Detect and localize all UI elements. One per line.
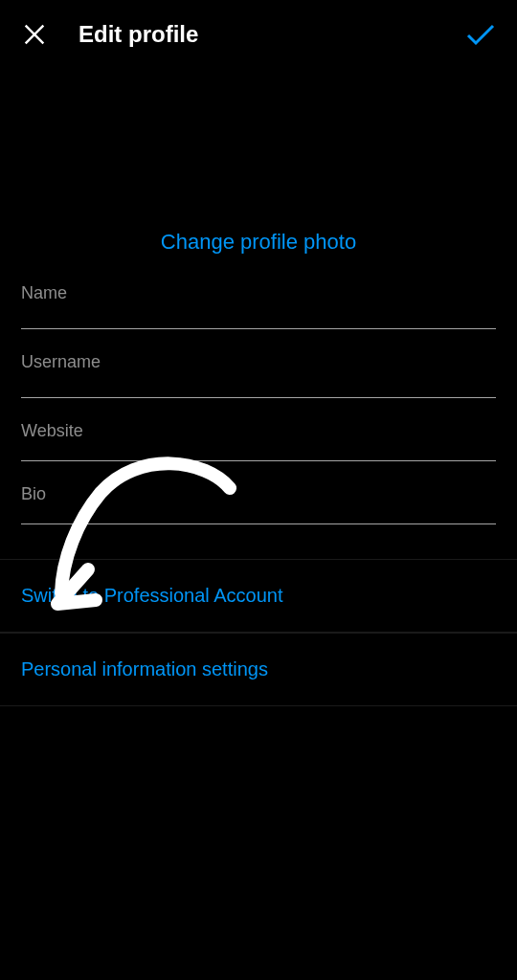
name-label: Name: [21, 283, 496, 303]
username-field[interactable]: Username: [21, 329, 496, 398]
personal-info-label: Personal information settings: [21, 658, 496, 680]
bio-field[interactable]: Bio: [21, 461, 496, 524]
settings-links: Switch to Professional Account Personal …: [0, 559, 517, 706]
page-title: Edit profile: [79, 21, 198, 48]
website-label: Website: [21, 421, 496, 441]
header: Edit profile: [0, 0, 517, 69]
close-icon[interactable]: [21, 21, 48, 48]
change-photo-link[interactable]: Change profile photo: [161, 230, 356, 260]
profile-photo-area: Change profile photo: [0, 69, 517, 260]
confirm-icon[interactable]: [465, 19, 496, 50]
switch-professional-label: Switch to Professional Account: [21, 585, 496, 607]
username-label: Username: [21, 352, 496, 372]
switch-professional-link[interactable]: Switch to Professional Account: [0, 559, 517, 633]
header-left: Edit profile: [21, 21, 198, 48]
form-fields: Name Username Website Bio: [0, 260, 517, 524]
name-field[interactable]: Name: [21, 260, 496, 329]
website-field[interactable]: Website: [21, 398, 496, 461]
bio-label: Bio: [21, 484, 496, 504]
personal-info-link[interactable]: Personal information settings: [0, 633, 517, 706]
